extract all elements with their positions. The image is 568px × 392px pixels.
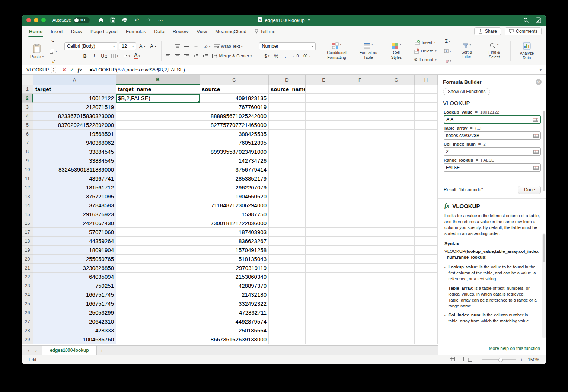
row-header-17[interactable]: 17 [22,228,33,237]
cell-H15[interactable] [415,210,438,219]
cell-F23[interactable] [342,281,378,290]
row-header-1[interactable]: 1 [22,85,33,94]
cell-E28[interactable] [306,326,342,335]
merge-center-button[interactable]: Merge & Center▾ [211,52,253,60]
cell-F25[interactable] [342,299,378,308]
row-header-7[interactable]: 7 [22,138,33,147]
cell-B21[interactable] [116,264,200,273]
cell-A9[interactable]: 33884545 [33,156,116,165]
cell-B15[interactable] [116,210,200,219]
name-box-stepper[interactable]: ▲▼ [51,67,56,73]
home-icon[interactable] [98,17,104,23]
cell-E4[interactable] [306,112,342,121]
cell-C29[interactable]: 866736162639138000 [200,335,269,344]
ribbon-tab-draw[interactable]: Draw [67,26,86,37]
cell-E18[interactable] [306,237,342,246]
row-header-10[interactable]: 10 [22,165,33,174]
cell-F10[interactable] [342,165,378,174]
ribbon-tab-tell-me[interactable]: Tell me [251,26,280,37]
zoom-out-button[interactable]: − [476,357,479,363]
cell-G28[interactable] [378,326,415,335]
search-icon[interactable] [523,17,529,23]
row-header-2[interactable]: 2 [22,94,33,103]
cell-A8[interactable]: 33884545 [33,147,116,156]
share-button[interactable]: Share [474,27,501,35]
cell-B20[interactable] [116,255,200,264]
show-all-functions-button[interactable]: Show All Functions [443,88,490,95]
cell-E13[interactable] [306,192,342,201]
sheet-tab[interactable]: edges1000-lookup [42,346,97,355]
cell-B3[interactable] [116,103,200,112]
font-name-select[interactable]: Calibri (Body)▾ [64,42,117,50]
cell-E9[interactable] [306,156,342,165]
cell-D26[interactable] [269,308,306,317]
ribbon-tab-home[interactable]: Home [25,26,47,37]
grow-font-button[interactable]: A▲ [138,42,147,50]
cell-C4[interactable]: 888895671025242000 [200,112,269,121]
cell-C15[interactable]: 15387750 [200,210,269,219]
cell-E22[interactable] [306,273,342,281]
cell-E7[interactable] [306,138,342,147]
percent-format-button[interactable]: % [272,52,280,60]
save-icon[interactable] [110,17,116,23]
cell-F27[interactable] [342,317,378,326]
ribbon-tab-view[interactable]: View [192,26,211,37]
confirm-entry-button[interactable]: ✓ [70,67,74,73]
cell-G3[interactable] [378,103,415,112]
cell-E3[interactable] [306,103,342,112]
row-header-21[interactable]: 21 [22,264,33,273]
cell-C28[interactable]: 250185664 [200,326,269,335]
decrease-indent-button[interactable] [192,52,200,60]
row-header-13[interactable]: 13 [22,192,33,201]
cell-E21[interactable] [306,264,342,273]
cell-A23[interactable]: 759251 [33,281,116,290]
cell-F12[interactable] [342,183,378,192]
redo-icon[interactable]: ↷ [146,17,152,23]
fill-button[interactable]: ▾ [443,47,453,55]
cell-D15[interactable] [269,210,306,219]
cell-B6[interactable] [116,130,200,138]
font-color-button[interactable]: A▾ [133,52,141,60]
cell-A3[interactable]: 212071519 [33,103,116,112]
cell-G14[interactable] [378,201,415,210]
cell-C21[interactable]: 2970319119 [200,264,269,273]
row-header-23[interactable]: 23 [22,281,33,290]
cell-F2[interactable] [342,94,378,103]
cell-D2[interactable] [269,94,306,103]
row-header-19[interactable]: 19 [22,246,33,255]
decrease-decimal-button[interactable]: .00→ [301,52,312,60]
cell-D27[interactable] [269,317,306,326]
autosave-switch[interactable]: OFF [73,17,90,23]
format-cells-button[interactable]: ⚙Format▾ [414,57,437,63]
cell-D21[interactable] [269,264,306,273]
cell-A16[interactable]: 2421067430 [33,219,116,228]
row-header-26[interactable]: 26 [22,308,33,317]
cell-A4[interactable]: 823367015830323000 [33,112,116,121]
cell-H26[interactable] [415,308,438,317]
cell-A21[interactable]: 3230826850 [33,264,116,273]
cell-F19[interactable] [342,246,378,255]
cell-B26[interactable] [116,308,200,317]
cell-A20[interactable]: 255059765 [33,255,116,264]
zoom-in-button[interactable]: + [520,357,523,363]
cell-G7[interactable] [378,138,415,147]
cell-H7[interactable] [415,138,438,147]
cell-C24[interactable]: 21432180 [200,290,269,299]
cell-H3[interactable] [415,103,438,112]
cell-D25[interactable] [269,299,306,308]
cell-C22[interactable]: 2153060340 [200,273,269,281]
cell-D28[interactable] [269,326,306,335]
cell-A15[interactable]: 2916376923 [33,210,116,219]
select-all-corner[interactable] [22,75,33,85]
underline-button[interactable]: U▾ [100,52,108,60]
cell-B12[interactable] [116,183,200,192]
cell-D7[interactable] [269,138,306,147]
cell-H5[interactable] [415,121,438,130]
cell-C26[interactable]: 472832711 [200,308,269,317]
cell-A17[interactable]: 57071060 [33,228,116,237]
cell-H4[interactable] [415,112,438,121]
print-icon[interactable] [122,17,128,23]
format-painter-button[interactable] [48,57,58,64]
cell-C25[interactable]: 332492322 [200,299,269,308]
cell-E14[interactable] [306,201,342,210]
